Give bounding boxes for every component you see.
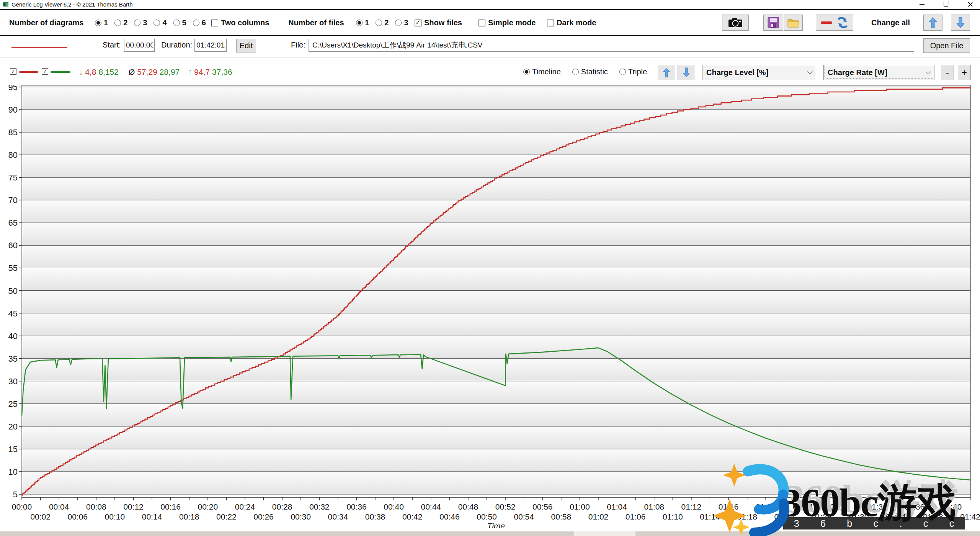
duration-label: Duration: (161, 41, 192, 49)
x-axis-label: 00:50 (477, 512, 497, 521)
y-axis-label: 30 (8, 377, 18, 386)
move-diagram-down-button[interactable] (678, 65, 695, 80)
radio-option-4[interactable]: 4 (154, 18, 167, 27)
taskbar-band (0, 531, 980, 536)
restore-button[interactable] (937, 0, 955, 8)
two-columns-label: Two columns (221, 18, 269, 27)
x-axis-label: 00:18 (179, 512, 199, 521)
checkbox-icon (42, 68, 48, 75)
floppy-disk-icon (768, 17, 779, 28)
series1-channel-value: Charge Level [%] (706, 68, 768, 77)
y-axis-label: 25 (8, 399, 18, 409)
series2-channel-value: Charge Rate [W] (828, 68, 887, 77)
radio-icon (95, 20, 101, 26)
start-input[interactable] (124, 39, 155, 52)
y-axis-label: 75 (8, 173, 18, 182)
radio-option-1[interactable]: 1 (95, 18, 108, 27)
y-axis-label: 35 (8, 354, 18, 364)
radio-option-label: 1 (365, 18, 369, 27)
x-axis-label: 00:30 (291, 512, 311, 521)
avg-stats: Ø 57,29 28,97 (129, 67, 180, 77)
line-color-refresh-button[interactable] (816, 15, 853, 31)
dark-mode-label: Dark mode (557, 18, 596, 27)
file-count-radio-group[interactable]: 123 (356, 18, 408, 27)
radio-option-statistic[interactable]: Statistic (572, 67, 608, 76)
x-axis-label: 00:06 (67, 512, 88, 521)
watermark-logo-icon (714, 461, 797, 536)
open-folder-button[interactable] (784, 15, 803, 31)
radio-icon (356, 20, 363, 26)
folder-icon (787, 17, 799, 28)
simple-mode-checkbox[interactable]: Simple mode (479, 18, 536, 27)
change-all-down-button[interactable] (951, 15, 970, 31)
x-axis-label: 00:10 (105, 512, 125, 521)
main-toolbar: Number of diagrams 123456 Two columns Nu… (0, 10, 980, 36)
show-files-checkbox[interactable]: Show files (415, 18, 462, 27)
radio-option-timeline[interactable]: Timeline (523, 67, 561, 76)
x-axis-label: 00:56 (532, 502, 553, 511)
x-axis-label: 01:00 (570, 502, 590, 511)
radio-icon (395, 20, 402, 26)
restore-icon (944, 2, 948, 7)
series2-channel-select[interactable]: Charge Rate [W] (823, 65, 934, 80)
diagrams-label: Number of diagrams (9, 18, 83, 27)
edit-button-label: Edit (240, 41, 253, 50)
series1-line-sample (19, 71, 38, 73)
zoom-out-button[interactable]: - (941, 65, 954, 80)
diagram-count-radio-group[interactable]: 123456 (95, 18, 206, 27)
radio-option-5[interactable]: 5 (173, 18, 186, 27)
radio-option-3[interactable]: 3 (395, 18, 408, 27)
two-columns-checkbox[interactable]: Two columns (211, 18, 269, 27)
radio-option-2[interactable]: 2 (114, 18, 127, 27)
y-axis-label: 20 (8, 422, 18, 431)
x-axis-label: 00:42 (402, 512, 423, 521)
radio-option-1[interactable]: 1 (356, 18, 369, 27)
file-label: File: (291, 41, 305, 49)
blue-down-arrow-icon (956, 17, 965, 28)
x-axis-label: 00:16 (160, 502, 181, 511)
view-mode-radio-group[interactable]: TimelineStatisticTriple (523, 67, 647, 76)
start-label: Start: (103, 41, 121, 49)
open-file-button[interactable]: Open File (923, 38, 970, 53)
radio-option-6[interactable]: 6 (193, 18, 206, 27)
series2-visibility-checkbox[interactable] (42, 68, 48, 75)
radio-option-triple[interactable]: Triple (619, 67, 647, 76)
file-bar: Start: Duration: Edit File: Open File (0, 36, 980, 58)
blue-down-arrow-icon (683, 67, 690, 77)
dark-mode-checkbox[interactable]: Dark mode (547, 18, 596, 27)
radio-option-label: 1 (104, 18, 108, 27)
y-axis-label: 95 (8, 85, 18, 92)
radio-option-label: Statistic (581, 67, 608, 76)
x-axis-label: 00:00 (12, 502, 32, 511)
edit-button[interactable]: Edit (236, 39, 256, 52)
move-diagram-up-button[interactable] (658, 65, 675, 80)
minimize-button[interactable] (913, 0, 931, 8)
radio-option-label: Triple (628, 67, 647, 76)
max-stats: ↑ 94,7 37,36 (188, 67, 232, 77)
change-all-up-button[interactable] (923, 15, 942, 31)
y-axis-label: 45 (8, 309, 18, 318)
radio-option-2[interactable]: 2 (376, 18, 389, 27)
series1-visibility-checkbox[interactable] (10, 68, 16, 75)
y-axis-label: 50 (8, 286, 18, 296)
y-axis-label: 10 (8, 467, 18, 477)
file-path-input[interactable] (309, 39, 914, 52)
chevron-down-icon (926, 69, 931, 74)
series1-channel-select[interactable]: Charge Level [%] (702, 65, 816, 80)
radio-option-3[interactable]: 3 (134, 18, 147, 27)
series2-line-sample (51, 71, 70, 73)
timeline-chart[interactable]: 959085807570656055504540353025201510500:… (0, 85, 980, 528)
radio-icon (193, 20, 199, 26)
y-axis-label: 40 (8, 331, 18, 341)
x-axis-label: 00:38 (365, 512, 385, 521)
change-all-label: Change all (871, 18, 910, 27)
duration-input[interactable] (194, 39, 227, 52)
radio-option-label: 2 (123, 18, 127, 27)
screenshot-button[interactable] (722, 15, 749, 31)
save-button[interactable] (763, 15, 783, 31)
zoom-in-button[interactable]: + (958, 65, 971, 80)
x-axis-label: 01:02 (588, 512, 609, 521)
y-axis-label: 70 (8, 195, 18, 205)
close-button[interactable] (961, 0, 979, 8)
zoom-out-label: - (946, 67, 949, 78)
